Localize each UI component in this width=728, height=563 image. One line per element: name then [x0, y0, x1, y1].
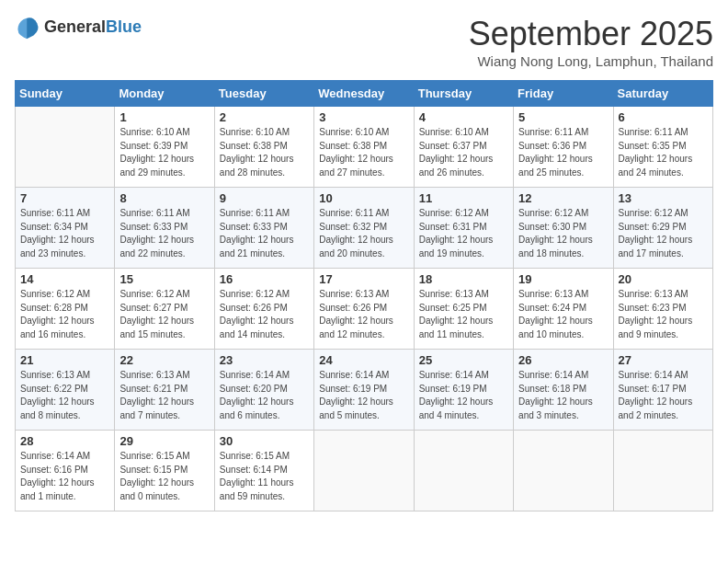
day-number: 23: [220, 353, 309, 367]
day-number: 27: [619, 353, 708, 367]
calendar-week-row: 14Sunrise: 6:12 AM Sunset: 6:28 PM Dayli…: [16, 269, 713, 350]
calendar-cell: 13Sunrise: 6:12 AM Sunset: 6:29 PM Dayli…: [613, 188, 712, 269]
day-number: 16: [220, 272, 309, 286]
calendar-cell: 30Sunrise: 6:15 AM Sunset: 6:14 PM Dayli…: [214, 431, 313, 511]
calendar-cell: 5Sunrise: 6:11 AM Sunset: 6:36 PM Daylig…: [514, 107, 613, 188]
calendar-week-row: 28Sunrise: 6:14 AM Sunset: 6:16 PM Dayli…: [16, 431, 713, 511]
calendar-cell: 10Sunrise: 6:11 AM Sunset: 6:32 PM Dayli…: [314, 188, 414, 269]
calendar-cell: 9Sunrise: 6:11 AM Sunset: 6:33 PM Daylig…: [214, 188, 313, 269]
calendar-cell: 1Sunrise: 6:10 AM Sunset: 6:39 PM Daylig…: [115, 107, 214, 188]
logo: GeneralBlue: [15, 15, 142, 40]
day-number: 10: [319, 191, 408, 205]
calendar-cell: 19Sunrise: 6:13 AM Sunset: 6:24 PM Dayli…: [514, 269, 613, 350]
day-info: Sunrise: 6:12 AM Sunset: 6:31 PM Dayligh…: [419, 207, 508, 260]
col-header-saturday: Saturday: [613, 81, 712, 107]
day-info: Sunrise: 6:11 AM Sunset: 6:33 PM Dayligh…: [220, 207, 309, 260]
calendar-table: SundayMondayTuesdayWednesdayThursdayFrid…: [15, 80, 713, 511]
day-info: Sunrise: 6:12 AM Sunset: 6:28 PM Dayligh…: [20, 288, 109, 341]
calendar-cell: 4Sunrise: 6:10 AM Sunset: 6:37 PM Daylig…: [414, 107, 513, 188]
page-header: GeneralBlue September 2025 Wiang Nong Lo…: [15, 15, 713, 69]
day-info: Sunrise: 6:10 AM Sunset: 6:37 PM Dayligh…: [419, 126, 508, 179]
day-info: Sunrise: 6:13 AM Sunset: 6:22 PM Dayligh…: [20, 369, 109, 422]
day-number: 22: [119, 353, 209, 367]
day-info: Sunrise: 6:11 AM Sunset: 6:33 PM Dayligh…: [119, 207, 209, 260]
col-header-thursday: Thursday: [414, 81, 513, 107]
calendar-cell: 14Sunrise: 6:12 AM Sunset: 6:28 PM Dayli…: [16, 269, 115, 350]
calendar-cell: 15Sunrise: 6:12 AM Sunset: 6:27 PM Dayli…: [115, 269, 214, 350]
day-number: 6: [619, 110, 708, 124]
day-info: Sunrise: 6:11 AM Sunset: 6:32 PM Dayligh…: [319, 207, 408, 260]
col-header-friday: Friday: [514, 81, 613, 107]
col-header-sunday: Sunday: [16, 81, 115, 107]
day-info: Sunrise: 6:10 AM Sunset: 6:39 PM Dayligh…: [119, 126, 209, 179]
calendar-header-row: SundayMondayTuesdayWednesdayThursdayFrid…: [16, 81, 713, 107]
calendar-cell: 22Sunrise: 6:13 AM Sunset: 6:21 PM Dayli…: [115, 350, 214, 431]
calendar-cell: 20Sunrise: 6:13 AM Sunset: 6:23 PM Dayli…: [613, 269, 712, 350]
col-header-monday: Monday: [115, 81, 214, 107]
day-number: 15: [119, 272, 209, 286]
calendar-cell: [613, 431, 712, 511]
calendar-cell: 28Sunrise: 6:14 AM Sunset: 6:16 PM Dayli…: [16, 431, 115, 511]
calendar-cell: 6Sunrise: 6:11 AM Sunset: 6:35 PM Daylig…: [613, 107, 712, 188]
day-number: 21: [20, 353, 109, 367]
col-header-tuesday: Tuesday: [214, 81, 313, 107]
calendar-cell: [16, 107, 115, 188]
calendar-cell: 2Sunrise: 6:10 AM Sunset: 6:38 PM Daylig…: [214, 107, 313, 188]
day-info: Sunrise: 6:14 AM Sunset: 6:16 PM Dayligh…: [20, 450, 109, 503]
day-info: Sunrise: 6:14 AM Sunset: 6:19 PM Dayligh…: [319, 369, 408, 422]
day-number: 24: [319, 353, 408, 367]
day-info: Sunrise: 6:13 AM Sunset: 6:26 PM Dayligh…: [319, 288, 408, 341]
day-number: 4: [419, 110, 508, 124]
calendar-cell: 8Sunrise: 6:11 AM Sunset: 6:33 PM Daylig…: [115, 188, 214, 269]
calendar-cell: 29Sunrise: 6:15 AM Sunset: 6:15 PM Dayli…: [115, 431, 214, 511]
day-info: Sunrise: 6:12 AM Sunset: 6:27 PM Dayligh…: [119, 288, 209, 341]
day-info: Sunrise: 6:14 AM Sunset: 6:18 PM Dayligh…: [518, 369, 608, 422]
day-number: 5: [518, 110, 608, 124]
day-number: 29: [119, 434, 209, 448]
logo-text: GeneralBlue: [44, 18, 142, 37]
day-number: 12: [518, 191, 608, 205]
location-title: Wiang Nong Long, Lamphun, Thailand: [469, 53, 713, 69]
day-info: Sunrise: 6:10 AM Sunset: 6:38 PM Dayligh…: [319, 126, 408, 179]
calendar-cell: 26Sunrise: 6:14 AM Sunset: 6:18 PM Dayli…: [514, 350, 613, 431]
day-number: 9: [220, 191, 309, 205]
calendar-cell: [514, 431, 613, 511]
calendar-cell: 25Sunrise: 6:14 AM Sunset: 6:19 PM Dayli…: [414, 350, 513, 431]
day-number: 1: [119, 110, 209, 124]
calendar-cell: 17Sunrise: 6:13 AM Sunset: 6:26 PM Dayli…: [314, 269, 414, 350]
logo-general: General: [44, 17, 106, 36]
day-number: 17: [319, 272, 408, 286]
day-number: 2: [220, 110, 309, 124]
calendar-cell: 18Sunrise: 6:13 AM Sunset: 6:25 PM Dayli…: [414, 269, 513, 350]
logo-blue-text: Blue: [106, 17, 142, 36]
day-number: 18: [419, 272, 508, 286]
calendar-cell: 23Sunrise: 6:14 AM Sunset: 6:20 PM Dayli…: [214, 350, 313, 431]
day-info: Sunrise: 6:15 AM Sunset: 6:14 PM Dayligh…: [220, 450, 309, 503]
day-number: 7: [20, 191, 109, 205]
day-number: 26: [518, 353, 608, 367]
day-info: Sunrise: 6:12 AM Sunset: 6:26 PM Dayligh…: [220, 288, 309, 341]
day-info: Sunrise: 6:10 AM Sunset: 6:38 PM Dayligh…: [220, 126, 309, 179]
day-number: 20: [619, 272, 708, 286]
day-info: Sunrise: 6:11 AM Sunset: 6:36 PM Dayligh…: [518, 126, 608, 179]
day-number: 19: [518, 272, 608, 286]
calendar-cell: [314, 431, 414, 511]
calendar-week-row: 1Sunrise: 6:10 AM Sunset: 6:39 PM Daylig…: [16, 107, 713, 188]
day-info: Sunrise: 6:13 AM Sunset: 6:25 PM Dayligh…: [419, 288, 508, 341]
calendar-cell: 7Sunrise: 6:11 AM Sunset: 6:34 PM Daylig…: [16, 188, 115, 269]
day-info: Sunrise: 6:13 AM Sunset: 6:21 PM Dayligh…: [119, 369, 209, 422]
calendar-cell: 24Sunrise: 6:14 AM Sunset: 6:19 PM Dayli…: [314, 350, 414, 431]
day-info: Sunrise: 6:14 AM Sunset: 6:17 PM Dayligh…: [619, 369, 708, 422]
calendar-cell: [414, 431, 513, 511]
month-title: September 2025: [469, 15, 713, 53]
day-info: Sunrise: 6:14 AM Sunset: 6:20 PM Dayligh…: [220, 369, 309, 422]
day-info: Sunrise: 6:13 AM Sunset: 6:23 PM Dayligh…: [619, 288, 708, 341]
day-number: 28: [20, 434, 109, 448]
day-info: Sunrise: 6:11 AM Sunset: 6:34 PM Dayligh…: [20, 207, 109, 260]
day-info: Sunrise: 6:11 AM Sunset: 6:35 PM Dayligh…: [619, 126, 708, 179]
day-number: 11: [419, 191, 508, 205]
calendar-cell: 21Sunrise: 6:13 AM Sunset: 6:22 PM Dayli…: [16, 350, 115, 431]
calendar-week-row: 21Sunrise: 6:13 AM Sunset: 6:22 PM Dayli…: [16, 350, 713, 431]
day-info: Sunrise: 6:12 AM Sunset: 6:29 PM Dayligh…: [619, 207, 708, 260]
day-info: Sunrise: 6:15 AM Sunset: 6:15 PM Dayligh…: [119, 450, 209, 503]
